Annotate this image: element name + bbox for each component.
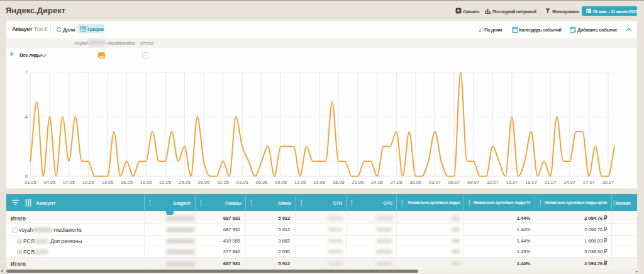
svg-text:06.06: 06.06 (256, 180, 268, 185)
svg-text:21.07: 21.07 (545, 180, 557, 185)
svg-text:06.07: 06.07 (448, 180, 460, 185)
svg-text:31.05: 31.05 (217, 180, 229, 185)
svg-text:27.06: 27.06 (391, 180, 402, 185)
svg-text:0: 0 (25, 173, 28, 179)
svg-text:15.07: 15.07 (506, 180, 518, 185)
svg-text:10.05: 10.05 (82, 180, 94, 185)
svg-text:21.06: 21.06 (352, 180, 364, 185)
svg-text:18.07: 18.07 (525, 180, 537, 185)
svg-text:12.06: 12.06 (294, 180, 306, 185)
svg-text:07.05: 07.05 (63, 180, 75, 185)
svg-text:09.06: 09.06 (275, 180, 287, 185)
svg-text:24.06: 24.06 (371, 180, 383, 185)
svg-text:16.05: 16.05 (121, 180, 133, 185)
svg-text:13.05: 13.05 (102, 180, 114, 185)
svg-text:4: 4 (25, 114, 28, 120)
svg-text:22.05: 22.05 (159, 180, 171, 185)
svg-text:7: 7 (25, 69, 28, 75)
svg-text:03.07: 03.07 (429, 180, 441, 185)
svg-text:24.07: 24.07 (564, 180, 575, 185)
svg-text:03.06: 03.06 (236, 180, 248, 185)
svg-text:12.07: 12.07 (487, 180, 499, 185)
svg-text:18.06: 18.06 (333, 180, 345, 185)
svg-text:25.05: 25.05 (179, 180, 191, 185)
svg-text:28.05: 28.05 (198, 180, 210, 185)
svg-text:04.05: 04.05 (44, 180, 56, 185)
svg-text:09.07: 09.07 (467, 180, 479, 185)
svg-text:15.06: 15.06 (313, 180, 325, 185)
svg-text:30.06: 30.06 (409, 180, 421, 185)
svg-text:01.05: 01.05 (25, 180, 36, 185)
svg-text:27.07: 27.07 (583, 180, 595, 185)
svg-text:19.05: 19.05 (140, 180, 152, 185)
svg-text:30.07: 30.07 (602, 180, 614, 185)
